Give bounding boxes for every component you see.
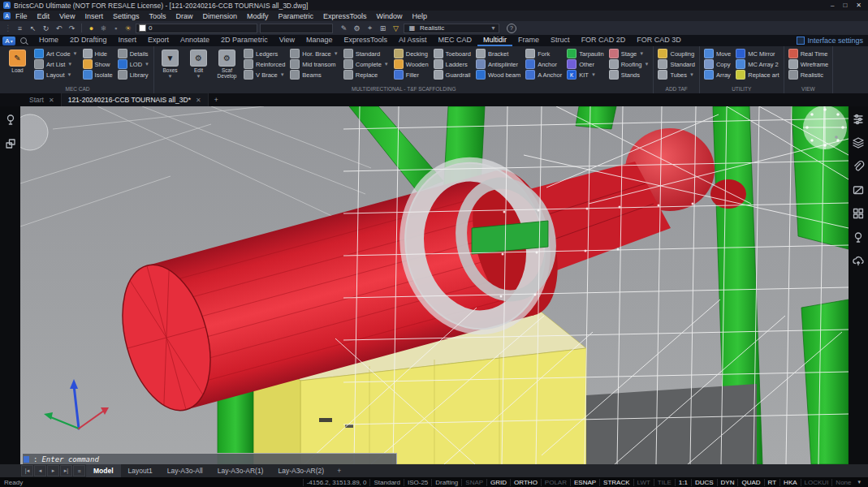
ribbon-button-stands[interactable]: Stands	[607, 70, 651, 80]
menu-draw[interactable]: Draw	[171, 11, 197, 21]
ribbon-button-other[interactable]: Other	[565, 59, 605, 69]
toggle-ducs[interactable]: DUCS	[691, 479, 717, 486]
panel-properties-icon[interactable]	[852, 113, 865, 126]
ribbon-button-tarpaulin[interactable]: Tarpaulin	[565, 49, 605, 58]
blocks-icon[interactable]	[4, 137, 17, 150]
layout-tab-lay-a3o-all[interactable]: Lay-A3o-All	[160, 464, 210, 477]
ribbon-button-mc-array-2[interactable]: MC Array 2	[734, 59, 780, 69]
ribbon-button-move[interactable]: Move	[702, 49, 732, 58]
layer-sun-icon[interactable]: ☀	[123, 23, 133, 33]
viewport-canvas[interactable]	[20, 106, 849, 464]
ribbon-button-fork[interactable]: Fork	[524, 49, 564, 58]
document-tab-start[interactable]: Start✕	[23, 93, 62, 106]
ribbon-button-ledgers[interactable]: Ledgers	[242, 49, 287, 58]
layout-nav-4[interactable]: ≡	[73, 465, 85, 476]
undo-icon[interactable]: ↶	[54, 23, 64, 33]
toggle-snap[interactable]: SNAP	[461, 479, 486, 486]
toggle-none[interactable]: None	[831, 479, 854, 486]
ribbon-button-kit[interactable]: KKIT▼	[565, 70, 605, 80]
toggle-hka[interactable]: HKA	[779, 479, 800, 486]
grid-snap-icon[interactable]: ⊞	[378, 23, 388, 33]
toggle-esnap[interactable]: ESNAP	[570, 479, 599, 486]
menu-file[interactable]: File	[11, 11, 32, 21]
minimize-button[interactable]: –	[831, 2, 834, 9]
ribbon-button-library[interactable]: Library	[116, 70, 151, 80]
ribbon-button-realistic[interactable]: Realistic	[787, 70, 831, 80]
ribbon-button-edit[interactable]: ⚙Edit▼	[185, 47, 212, 80]
new-layout-button[interactable]: +	[331, 467, 347, 475]
viewport[interactable]: : Enter command	[20, 106, 849, 464]
tab-for-cad-3d[interactable]: FOR CAD 3D	[631, 35, 687, 46]
layout-nav-3[interactable]: ▸|	[60, 465, 72, 476]
ribbon-button-filler[interactable]: Filler	[392, 70, 430, 80]
ribbon-button-replace-art[interactable]: Replace art	[734, 70, 780, 80]
tab-mec-cad[interactable]: MEC CAD	[433, 35, 478, 46]
ribbon-button-standard[interactable]: Standard	[342, 49, 391, 58]
status-field-standard[interactable]: Standard	[369, 479, 403, 486]
close-button[interactable]: ✕	[856, 2, 862, 9]
help-button[interactable]: ?	[507, 24, 516, 33]
filter-funnel-icon[interactable]: ▽	[391, 23, 401, 33]
maximize-button[interactable]: □	[843, 2, 847, 9]
search-icon[interactable]	[20, 37, 27, 44]
tab-2d-parametric[interactable]: 2D Parametric	[215, 35, 274, 46]
panel-attachments-icon[interactable]	[852, 160, 865, 173]
ribbon-button-wireframe[interactable]: Wireframe	[787, 59, 831, 69]
ribbon-button-complete[interactable]: Complete▼	[342, 59, 391, 69]
layout-nav-1[interactable]: ◂	[34, 465, 46, 476]
ribbon-button-stage[interactable]: Stage▼	[607, 49, 651, 58]
ribbon-button-scaf-develop[interactable]: ⚙Scaf Develop	[214, 47, 240, 79]
menu-expresstools[interactable]: ExpressTools	[318, 11, 372, 21]
command-line[interactable]: : Enter command	[22, 453, 397, 464]
status-field-iso-25[interactable]: ISO-25	[404, 479, 431, 486]
menu-settings[interactable]: Settings	[108, 11, 145, 21]
panel-render-icon[interactable]	[852, 254, 865, 267]
ribbon-button-art-code[interactable]: Art Code▼	[32, 49, 80, 58]
ribbon-button-anchor[interactable]: Anchor	[524, 59, 564, 69]
tab-2d-drafting[interactable]: 2D Drafting	[64, 35, 113, 46]
menu-tools[interactable]: Tools	[144, 11, 171, 21]
toggle-ortho[interactable]: ORTHO	[510, 479, 541, 486]
ribbon-button-lod[interactable]: LOD▼	[116, 59, 151, 69]
layer-on-icon[interactable]: ●	[86, 23, 97, 33]
toggle-rt[interactable]: RT	[764, 479, 780, 486]
toggle-tile[interactable]: TILE	[654, 479, 675, 486]
tab-multidir[interactable]: Multidir	[477, 35, 512, 46]
ribbon-button-tubes[interactable]: Tubes▼	[656, 70, 696, 80]
tab-frame[interactable]: Frame	[512, 35, 545, 46]
ribbon-button-boxes[interactable]: ▼Boxes▼	[157, 47, 184, 80]
layout-nav-0[interactable]: |◂	[21, 465, 33, 476]
menu-insert[interactable]: Insert	[80, 11, 108, 21]
status-field-drafting[interactable]: Drafting	[431, 479, 461, 486]
tips-light-icon[interactable]	[4, 113, 17, 126]
ribbon-button-coupling[interactable]: Coupling	[656, 49, 696, 58]
ribbon-button-beams[interactable]: Beams	[288, 70, 339, 80]
ribbon-button-v-brace[interactable]: V Brace▼	[242, 70, 287, 80]
ribbon-button-mc-mirror[interactable]: MC Mirror	[734, 49, 780, 58]
layout-tab-layout1[interactable]: Layout1	[121, 464, 160, 477]
toggle-grid[interactable]: GRID	[486, 479, 510, 486]
app-menu-button[interactable]: A▾	[2, 37, 15, 45]
menu-parametric[interactable]: Parametric	[274, 11, 319, 21]
panel-materials-icon[interactable]	[852, 183, 865, 196]
draw-pencil-icon[interactable]: ✎	[339, 23, 349, 33]
tab-expresstools[interactable]: ExpressTools	[339, 35, 394, 46]
tab-home[interactable]: Home	[33, 35, 64, 46]
layer-color-swatch[interactable]	[139, 24, 146, 32]
layout-tab-model[interactable]: Model	[86, 464, 121, 477]
panel-components-icon[interactable]	[852, 207, 865, 220]
layout-nav-2[interactable]: ▸	[47, 465, 59, 476]
ribbon-button-wood-beam[interactable]: Wood beam	[474, 70, 522, 80]
current-layer-field[interactable]: 0	[136, 24, 257, 33]
ribbon-button-array[interactable]: Array	[702, 70, 732, 80]
menu-modify[interactable]: Modify	[242, 11, 274, 21]
ribbon-button-guardrail[interactable]: Guardrail	[432, 70, 473, 80]
visual-style-dropdown[interactable]: ▦ Realistic ▼	[404, 24, 499, 33]
layer-lock-icon[interactable]: ▪	[110, 23, 121, 33]
ribbon-button-layout[interactable]: Layout▼	[32, 70, 80, 80]
menu-help[interactable]: Help	[408, 11, 433, 21]
ribbon-button-hide[interactable]: Hide	[81, 49, 114, 58]
ribbon-button-ladders[interactable]: Ladders	[432, 59, 473, 69]
secondary-field[interactable]	[260, 24, 333, 33]
close-tab-icon[interactable]: ✕	[196, 97, 201, 104]
